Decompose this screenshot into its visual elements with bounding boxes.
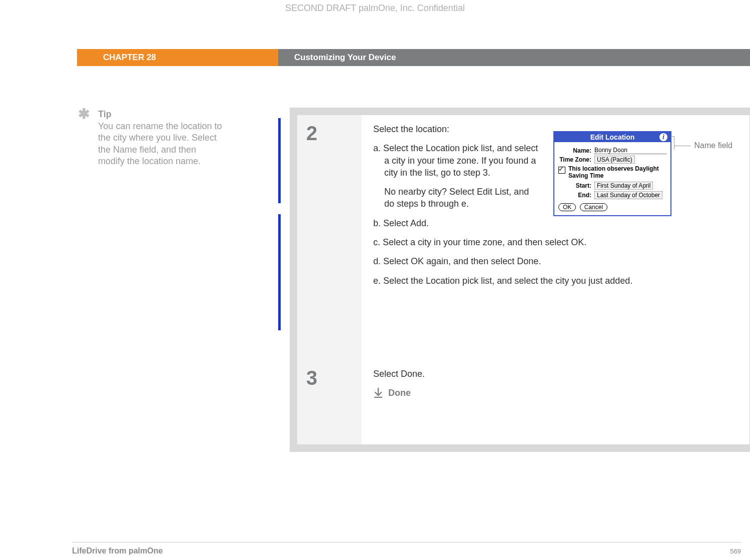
timezone-label: Time Zone:: [558, 156, 591, 163]
dst-checkbox[interactable]: [558, 167, 565, 174]
step-3-body: Select Done. Done: [373, 368, 738, 399]
dst-start-picklist[interactable]: First Sunday of April: [594, 182, 653, 190]
info-icon[interactable]: i: [659, 133, 667, 141]
dialog-title-bar: Edit Location i: [554, 132, 670, 142]
step-number-2: 2: [306, 122, 361, 145]
cancel-button[interactable]: Cancel: [580, 203, 607, 211]
step-2-marker: [278, 118, 281, 203]
step-2-b: b. Select Add.: [373, 217, 738, 229]
name-label: Name:: [558, 147, 591, 154]
name-field-callout: Name field: [674, 141, 732, 150]
confidential-watermark: SECOND DRAFT palmOne, Inc. Confidential: [0, 3, 750, 14]
step-2-a2: No nearby city? Select Edit List, and do…: [373, 186, 539, 210]
done-indicator: Done: [373, 387, 738, 399]
ok-button[interactable]: OK: [558, 203, 576, 211]
step-3-row: 3 Select Done. Done: [297, 360, 749, 444]
header-left-margin: [0, 49, 77, 66]
asterisk-icon: ✱: [78, 107, 90, 121]
down-arrow-icon: [373, 387, 383, 398]
dst-start-label: Start:: [558, 182, 591, 189]
step-2-lead: Select the location:: [373, 123, 528, 135]
step-2-d: d. Select OK again, and then select Done…: [373, 255, 738, 267]
dialog-title: Edit Location: [590, 133, 635, 141]
footer-product: LifeDrive from palmOne: [72, 546, 163, 555]
step-2-a: a. Select the Location pick list, and se…: [373, 142, 539, 179]
step-number-column: 2: [297, 115, 361, 360]
chapter-header: CHAPTER 28 Customizing Your Device: [0, 49, 750, 66]
footer-rule: [72, 542, 741, 542]
step-number-column: 3: [297, 360, 361, 444]
timezone-picklist[interactable]: USA (Pacific): [594, 156, 635, 164]
tip-heading: Tip: [98, 109, 225, 120]
dst-label: This location observes Daylight Saving T…: [568, 166, 666, 180]
callout-line: [674, 146, 690, 146]
tip-body: You can rename the location to the city …: [98, 121, 225, 168]
chapter-title: Customizing Your Device: [278, 49, 750, 66]
tip-block: ✱ Tip You can rename the location to the…: [80, 109, 225, 168]
step-2-marker-continued: [278, 214, 281, 330]
step-3-lead: Select Done.: [373, 368, 738, 380]
step-2-c: c. Select a city in your time zone, and …: [373, 236, 738, 248]
page-number: 569: [730, 547, 741, 555]
step-number-3: 3: [306, 367, 361, 389]
instruction-card: 2 Select the location: a. Select the Loc…: [290, 108, 750, 451]
dst-end-label: End:: [558, 192, 591, 199]
done-label: Done: [388, 387, 411, 399]
name-field[interactable]: Bonny Doon: [594, 147, 666, 154]
step-2-row: 2 Select the location: a. Select the Loc…: [297, 115, 749, 360]
callout-text: Name field: [694, 141, 732, 150]
edit-location-dialog: Edit Location i Name: Bonny Doon Time Zo…: [553, 131, 671, 216]
step-2-e: e. Select the Location pick list, and se…: [373, 275, 738, 287]
chapter-label: CHAPTER 28: [77, 49, 278, 66]
dst-end-picklist[interactable]: Last Sunday of October: [594, 191, 662, 199]
